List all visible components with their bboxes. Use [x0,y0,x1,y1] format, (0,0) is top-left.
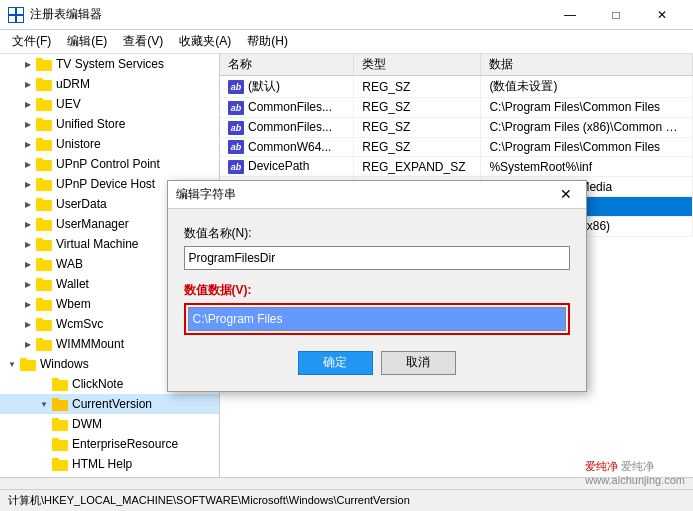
folder-icon [36,77,52,91]
expand-icon: ▶ [20,336,36,352]
table-row[interactable]: abCommonFiles...REG_SZC:\Program Files (… [220,117,693,137]
folder-icon [36,217,52,231]
menu-favorites[interactable]: 收藏夹(A) [171,31,239,52]
reg-type-cell: REG_EXPAND_SZ [354,157,481,177]
svg-rect-2 [17,8,23,14]
col-name-header: 名称 [220,54,354,76]
close-button[interactable]: ✕ [639,0,685,30]
tree-item[interactable]: EnterpriseResource [0,434,219,454]
tree-item[interactable]: DWM [0,414,219,434]
expand-icon: ▶ [20,296,36,312]
folder-icon [52,437,68,451]
watermark-logo: 爱纯净 [585,460,618,472]
reg-type-icon: ab [228,140,244,154]
tree-item-label: uDRM [56,77,219,91]
svg-rect-14 [36,140,52,151]
expand-icon: ▶ [20,196,36,212]
expand-icon: ▶ [20,176,36,192]
reg-name-cell: abCommonFiles... [220,98,354,118]
tree-item[interactable]: ▼CurrentVersion [0,394,219,414]
watermark: 爱纯净 爱纯净 www.aichunjing.com [585,459,685,486]
folder-icon [36,257,52,271]
status-path: 计算机\HKEY_LOCAL_MACHINE\SOFTWARE\Microsof… [8,493,410,508]
table-row[interactable]: abDevicePathREG_EXPAND_SZ%SystemRoot%\in… [220,157,693,177]
col-type-header: 类型 [354,54,481,76]
expand-icon: ▼ [4,356,20,372]
maximize-button[interactable]: □ [593,0,639,30]
menu-file[interactable]: 文件(F) [4,31,59,52]
svg-rect-42 [52,420,68,431]
menubar: 文件(F) 编辑(E) 查看(V) 收藏夹(A) 帮助(H) [0,30,693,54]
reg-name-cell: abDevicePath [220,157,354,177]
expand-icon: ▶ [20,216,36,232]
tree-item-label: TV System Services [56,57,219,71]
data-value-box [184,303,570,335]
edit-string-dialog[interactable]: 编辑字符串 ✕ 数值名称(N): 数值数据(V): 确定 取消 [167,180,587,392]
svg-rect-3 [9,16,15,22]
expand-icon [36,436,52,452]
folder-icon [36,277,52,291]
folder-icon [52,457,68,471]
tree-item[interactable]: ▶uDRM [0,74,219,94]
tree-item[interactable]: ▶TV System Services [0,54,219,74]
window-controls: — □ ✕ [547,0,685,30]
cancel-button[interactable]: 取消 [381,351,456,375]
tree-item-label: DWM [72,417,219,431]
folder-icon [20,357,36,371]
watermark-website: www.aichunjing.com [585,474,685,486]
data-label: 数值数据(V): [184,282,570,299]
tree-item[interactable]: ▶Unistore [0,134,219,154]
dialog-close-button[interactable]: ✕ [554,182,578,206]
reg-type-cell: REG_SZ [354,76,481,98]
menu-help[interactable]: 帮助(H) [239,31,296,52]
tree-item[interactable]: ▶UEV [0,94,219,114]
reg-type-icon: ab [228,101,244,115]
svg-rect-44 [52,440,68,451]
folder-icon [36,297,52,311]
tree-item[interactable]: ▶UPnP Control Point [0,154,219,174]
expand-icon: ▶ [20,256,36,272]
svg-rect-30 [36,300,52,311]
svg-rect-12 [36,120,52,131]
expand-icon: ▶ [20,96,36,112]
folder-icon [52,417,68,431]
dialog-titlebar: 编辑字符串 ✕ [168,181,586,209]
tree-item[interactable]: ▶Unified Store [0,114,219,134]
menu-view[interactable]: 查看(V) [115,31,171,52]
folder-icon [52,397,68,411]
expand-icon: ▶ [20,56,36,72]
name-input[interactable] [184,246,570,270]
reg-type-icon: ab [228,121,244,135]
statusbar: 计算机\HKEY_LOCAL_MACHINE\SOFTWARE\Microsof… [0,489,693,511]
ok-button[interactable]: 确定 [298,351,373,375]
svg-rect-28 [36,280,52,291]
data-input[interactable] [188,307,566,331]
folder-icon [36,117,52,131]
reg-data-cell: (数值未设置) [481,76,693,98]
folder-icon [36,337,52,351]
reg-data-cell: C:\Program Files (x86)\Common Files [481,117,693,137]
svg-rect-16 [36,160,52,171]
reg-type-cell: REG_SZ [354,117,481,137]
folder-icon [36,57,52,71]
folder-icon [36,137,52,151]
tree-item-label: UEV [56,97,219,111]
tree-item[interactable]: HTML Help [0,454,219,474]
window-title: 注册表编辑器 [30,6,547,23]
svg-rect-32 [36,320,52,331]
reg-data-cell: C:\Program Files\Common Files [481,137,693,157]
expand-icon: ▶ [20,136,36,152]
watermark-url: 爱纯净 [621,460,654,472]
menu-edit[interactable]: 编辑(E) [59,31,115,52]
minimize-button[interactable]: — [547,0,593,30]
table-row[interactable]: abCommonFiles...REG_SZC:\Program Files\C… [220,98,693,118]
folder-icon [36,237,52,251]
table-row[interactable]: abCommonW64...REG_SZC:\Program Files\Com… [220,137,693,157]
table-row[interactable]: ab(默认)REG_SZ(数值未设置) [220,76,693,98]
dialog-title: 编辑字符串 [176,186,554,203]
expand-icon: ▼ [36,396,52,412]
reg-name-cell: abCommonFiles... [220,117,354,137]
tree-item-label: Unified Store [56,117,219,131]
reg-data-cell: C:\Program Files\Common Files [481,98,693,118]
expand-icon: ▶ [20,236,36,252]
